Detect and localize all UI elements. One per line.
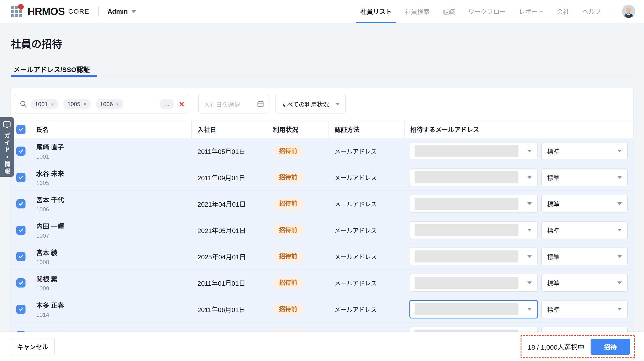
row-checkbox[interactable] — [16, 305, 26, 314]
delivery-type-value: 標準 — [547, 147, 559, 155]
row-checkbox[interactable] — [16, 278, 26, 288]
nav-item[interactable]: ヘルプ — [576, 0, 608, 23]
status-badge: 招待前 — [273, 198, 303, 210]
invite-email-select[interactable] — [410, 248, 538, 265]
redacted-email — [414, 198, 518, 210]
join-date-picker[interactable]: 入社日を選択 — [198, 95, 270, 113]
usage-status-value: すべての利用状況 — [281, 100, 329, 109]
col-invite-email: 招待するメールアドレス — [410, 125, 479, 134]
invite-email-select[interactable] — [410, 221, 538, 239]
join-date-value: 2011年05月01日 — [192, 146, 267, 156]
guide-info-tab[interactable]: ガイド・情報 — [0, 117, 14, 177]
remove-chip-icon[interactable]: × — [116, 101, 120, 107]
employee-id: 1008 — [36, 259, 192, 266]
join-date-placeholder: 入社日を選択 — [204, 100, 240, 109]
employee-filter-chips: 1001×1005×1006×... — [31, 99, 174, 109]
info-bubble-icon — [3, 121, 11, 130]
nav-item[interactable]: 会社 — [550, 0, 576, 23]
status-badge: 招待前 — [273, 303, 303, 315]
delivery-type-select[interactable]: 標準 — [541, 221, 628, 239]
redacted-email — [414, 224, 518, 236]
invite-email-select[interactable] — [410, 300, 538, 318]
nav-item[interactable]: 社員検索 — [398, 0, 436, 23]
join-date-value: 2011年06月01日 — [192, 305, 267, 314]
delivery-type-value: 標準 — [547, 279, 559, 287]
nav-item[interactable]: 社員リスト — [354, 0, 398, 23]
employee-id: 1005 — [36, 180, 192, 187]
delivery-type-select[interactable]: 標準 — [541, 274, 628, 292]
tab-email-sso[interactable]: メールアドレス/SSO認証 — [14, 64, 90, 74]
join-date-value: 2021年05月01日 — [192, 225, 267, 235]
table-row: 水谷 未来 1005 2011年09月01日 招待前 メールアドレス 標準 — [11, 164, 633, 191]
row-checkbox[interactable] — [16, 226, 26, 235]
table-row: 尾崎 直子 1001 2011年05月01日 招待前 メールアドレス 標準 — [11, 138, 633, 164]
hrmos-logo-icon — [11, 6, 22, 17]
employee-id: 1006 — [36, 206, 192, 213]
delivery-type-select[interactable]: 標準 — [541, 248, 628, 265]
col-name: 氏名 — [36, 125, 49, 134]
auth-method-value: メールアドレス — [329, 200, 404, 208]
row-checkbox[interactable] — [16, 252, 26, 261]
redacted-email — [414, 277, 518, 289]
delivery-type-select[interactable]: 標準 — [541, 195, 628, 213]
status-badge: 招待前 — [273, 224, 303, 236]
invite-button[interactable]: 招待 — [590, 339, 630, 355]
delivery-type-select[interactable]: 標準 — [541, 142, 628, 160]
invite-card: 1001×1005×1006×... × 入社日を選択 すべての利用状況 — [11, 88, 633, 349]
filter-chip[interactable]: 1001× — [31, 99, 58, 109]
employee-table-body: 尾崎 直子 1001 2011年05月01日 招待前 メールアドレス 標準 水谷… — [11, 138, 633, 349]
chevron-down-icon — [618, 176, 622, 179]
cancel-button[interactable]: キャンセル — [11, 338, 54, 356]
more-chips[interactable]: ... — [160, 99, 174, 109]
invite-highlight-box: 18 / 1,000人選択中 招待 — [520, 335, 634, 358]
redacted-email — [414, 145, 518, 157]
employee-name: 尾崎 直子 — [36, 142, 192, 151]
invite-email-select[interactable] — [410, 195, 538, 213]
invite-email-select[interactable] — [410, 168, 538, 186]
redacted-email — [414, 171, 518, 183]
nav-item[interactable]: ワークフロー — [462, 0, 512, 23]
usage-status-select[interactable]: すべての利用状況 — [276, 95, 346, 113]
search-icon — [20, 100, 27, 108]
employee-name: 本多 正春 — [36, 300, 192, 310]
employee-search-input[interactable]: 1001×1005×1006×... × — [15, 95, 189, 113]
account-menu[interactable]: Admin — [108, 8, 128, 15]
invite-email-select[interactable] — [410, 142, 538, 160]
filter-bar: 1001×1005×1006×... × 入社日を選択 すべての利用状況 — [15, 95, 346, 113]
row-checkbox[interactable] — [16, 173, 26, 182]
chevron-down-icon — [618, 255, 622, 258]
auth-method-value: メールアドレス — [329, 305, 404, 314]
chevron-down-icon — [336, 103, 340, 105]
row-checkbox[interactable] — [16, 147, 26, 156]
redacted-email — [414, 303, 518, 315]
action-footer: キャンセル 18 / 1,000人選択中 招待 — [0, 332, 644, 361]
account-caret-icon[interactable] — [131, 10, 136, 13]
redacted-email — [414, 250, 518, 263]
delivery-type-select[interactable]: 標準 — [541, 300, 628, 318]
chevron-down-icon — [527, 229, 532, 231]
status-badge: 招待前 — [273, 171, 303, 183]
nav-item[interactable]: レポート — [512, 0, 550, 23]
delivery-type-select[interactable]: 標準 — [541, 168, 628, 186]
chevron-down-icon — [527, 150, 532, 152]
invite-email-select[interactable] — [410, 274, 538, 292]
chevron-down-icon — [618, 229, 622, 231]
main-nav: 社員リスト社員検索組織ワークフローレポート会社ヘルプ — [354, 0, 608, 23]
filter-chip[interactable]: 1006× — [96, 99, 124, 109]
nav-item[interactable]: 組織 — [436, 0, 462, 23]
select-all-checkbox[interactable] — [16, 125, 26, 134]
remove-chip-icon[interactable]: × — [83, 101, 87, 107]
employee-name: 宮本 綾 — [36, 248, 192, 257]
status-badge: 招待前 — [273, 145, 303, 157]
chevron-down-icon — [527, 282, 532, 284]
row-checkbox[interactable] — [16, 199, 26, 208]
user-avatar[interactable] — [622, 5, 635, 18]
employee-id: 1001 — [36, 153, 192, 160]
employee-name: 内田 一輝 — [36, 221, 192, 231]
clear-filters-icon[interactable]: × — [179, 100, 184, 109]
chevron-down-icon — [527, 202, 532, 205]
filter-chip[interactable]: 1005× — [63, 99, 91, 109]
brand-name: HRMOS — [28, 5, 64, 17]
employee-id: 1007 — [36, 232, 192, 239]
remove-chip-icon[interactable]: × — [50, 101, 54, 107]
